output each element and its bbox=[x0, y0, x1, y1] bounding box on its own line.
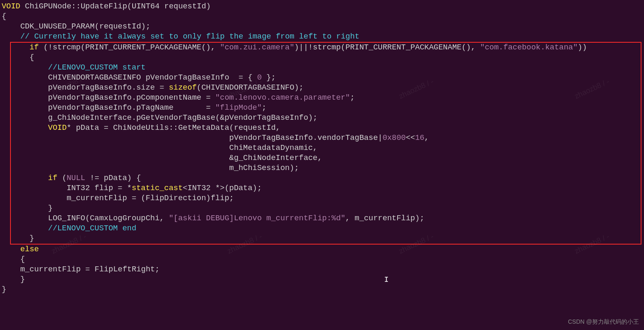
footer-credit: CSDN @努力敲代码的小王 bbox=[568, 317, 639, 327]
code-line: pVendorTagBaseInfo.vendorTagBase|0x800<<… bbox=[11, 133, 641, 143]
code-line: VOID* pData = ChiNodeUtils::GetMetaData(… bbox=[11, 123, 641, 133]
code-comment: //LENOVO_CUSTOM end bbox=[11, 224, 641, 234]
code-line: CHIVENDORTAGBASEINFO pVendorTagBaseInfo … bbox=[11, 73, 641, 83]
keyword-if: if bbox=[29, 43, 38, 52]
keyword-void: VOID bbox=[2, 2, 20, 11]
code-line: m_currentFlip = FlipLeftRight; bbox=[2, 265, 642, 275]
string-literal: "[askii DEBUG]Lenovo m_currentFlip:%d" bbox=[169, 214, 345, 223]
code-line: { bbox=[11, 53, 641, 63]
code-line: m_currentFlip = (FlipDirection)flip; bbox=[11, 193, 641, 204]
code-line: } bbox=[2, 285, 642, 295]
code-line: VOID ChiGPUNode::UpdateFlip(UINT64 reque… bbox=[2, 2, 642, 12]
highlight-box: if (!strcmp(PRINT_CURRENT_PACKAGENAME(),… bbox=[10, 42, 641, 245]
string-literal: "flipMode" bbox=[215, 103, 262, 112]
function-signature: ChiGPUNode::UpdateFlip(UINT64 requestId) bbox=[20, 2, 210, 11]
code-line: pVendorTagBaseInfo.size = sizeof(CHIVEND… bbox=[11, 83, 641, 93]
code-line: pVendorTagBaseInfo.pTagName = "flipMode"… bbox=[11, 103, 641, 113]
code-line: m_hChiSession); bbox=[11, 163, 641, 173]
number-literal: 0 bbox=[257, 73, 262, 82]
code-line: g_ChiNodeInterface.pGetVendorTagBase(&pV… bbox=[11, 113, 641, 123]
code-line: ChiMetadataDynamic, bbox=[11, 143, 641, 153]
keyword-if: if bbox=[48, 174, 57, 183]
keyword-sizeof: sizeof bbox=[169, 83, 197, 92]
code-line: else bbox=[2, 245, 642, 255]
code-comment: // Currently have it always set to only … bbox=[2, 32, 642, 42]
keyword-null: NULL bbox=[67, 174, 85, 183]
code-line: } bbox=[11, 234, 641, 244]
code-line: { bbox=[2, 12, 642, 22]
code-line: if (!strcmp(PRINT_CURRENT_PACKAGENAME(),… bbox=[11, 43, 641, 53]
keyword-void: VOID bbox=[48, 124, 67, 132]
string-literal: "com.facebook.katana" bbox=[480, 43, 577, 52]
code-line: if (NULL != pData) { bbox=[11, 173, 641, 183]
code-line: { bbox=[2, 255, 642, 265]
code-line: INT32 flip = *static_cast<INT32 *>(pData… bbox=[11, 183, 641, 193]
code-line: pVendorTagBaseInfo.pComponentName = "com… bbox=[11, 93, 641, 103]
string-literal: "com.lenovo.camera.parameter" bbox=[215, 93, 350, 102]
code-line: } bbox=[11, 204, 641, 214]
code-line: &g_ChiNodeInterface, bbox=[11, 153, 641, 163]
code-line: LOG_INFO(CamxLogGroupChi, "[askii DEBUG]… bbox=[11, 214, 641, 224]
string-literal: "com.zui.camera" bbox=[220, 43, 295, 52]
keyword-else: else bbox=[20, 245, 38, 254]
keyword-static-cast: static_cast bbox=[132, 184, 183, 193]
code-line: CDK_UNUSED_PARAM(requestId); bbox=[2, 22, 642, 32]
code-line: } bbox=[2, 275, 642, 285]
code-comment: //LENOVO_CUSTOM start bbox=[11, 63, 641, 73]
code-editor[interactable]: VOID ChiGPUNode::UpdateFlip(UINT64 reque… bbox=[2, 2, 642, 295]
number-literal: 16 bbox=[415, 134, 424, 142]
number-literal: 0x800 bbox=[382, 134, 406, 142]
